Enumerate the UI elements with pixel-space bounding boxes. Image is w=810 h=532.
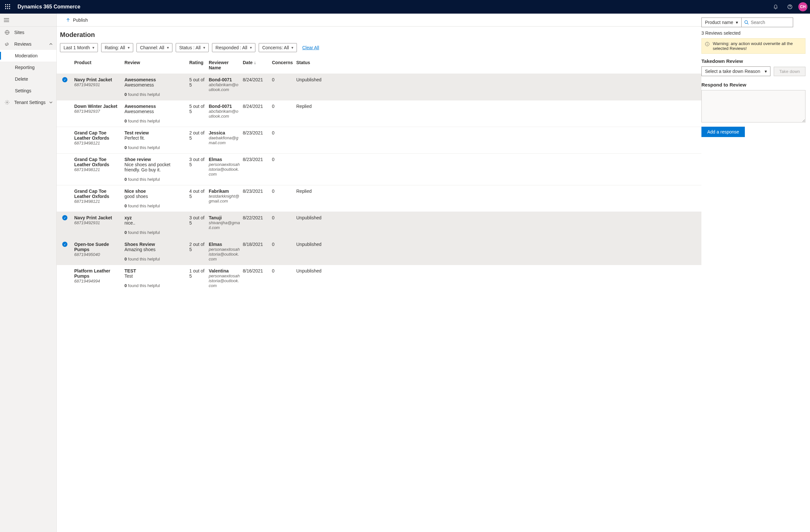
search-box[interactable] — [741, 17, 793, 27]
concerns-cell: 0 — [271, 157, 295, 162]
table-row[interactable]: ✓ Navy Print Jacket 68719492931 Awesomen… — [57, 73, 701, 100]
chevron-down-icon — [49, 101, 52, 104]
clear-all-link[interactable]: Clear All — [302, 45, 319, 50]
sidebar-label: Moderation — [15, 53, 52, 58]
review-title: xyz — [125, 215, 187, 220]
filter-concerns[interactable]: Concerns: All▾ — [259, 43, 297, 52]
sidebar-item-settings[interactable]: Settings — [0, 85, 56, 97]
filter-rating[interactable]: Rating: All▾ — [101, 43, 133, 52]
svg-point-22 — [707, 43, 707, 43]
reviewer-name: Tanuji — [209, 215, 240, 220]
info-icon — [705, 42, 710, 46]
concerns-cell: 0 — [271, 268, 295, 273]
chevron-down-icon: ▾ — [250, 45, 252, 50]
svg-line-19 — [747, 23, 749, 24]
reviewer-name: Bond-0071 — [209, 77, 240, 82]
reviewer-name: Fabrikam — [209, 188, 240, 194]
review-title: Awesomeness — [125, 104, 187, 109]
review-title: Shoe review — [125, 157, 187, 162]
table-row[interactable]: ✓ Navy Print Jacket 68719492931 xyz nice… — [57, 212, 701, 238]
notifications-icon[interactable] — [770, 1, 781, 13]
chevron-down-icon: ▾ — [167, 45, 169, 50]
col-reviewer[interactable]: Reviewer Name — [208, 59, 242, 72]
chevron-down-icon: ▾ — [128, 45, 130, 50]
product-name-select[interactable]: Product name ▾ — [701, 17, 741, 27]
chevron-down-icon: ▾ — [203, 45, 205, 50]
rating-cell: 3 out of 5 — [188, 157, 208, 167]
helpful-count: 0 found this helpful — [125, 177, 187, 182]
filter-channel[interactable]: Channel: All▾ — [136, 43, 173, 52]
sidebar-item-delete[interactable]: Delete — [0, 73, 56, 85]
sidebar-item-tenant-settings[interactable]: Tenant Settings — [0, 97, 56, 108]
col-product[interactable]: Product — [73, 59, 123, 72]
check-icon[interactable]: ✓ — [62, 77, 67, 82]
details-panel: Product name ▾ 3 Reviews selected Warnin… — [701, 14, 810, 532]
warning-text: Warning: any action would overwrite all … — [713, 41, 802, 51]
check-icon[interactable]: ✓ — [62, 242, 67, 247]
product-sku: 68719494994 — [74, 279, 122, 283]
reviewer-email: personaexitosahistoria@outlook.com — [209, 247, 240, 262]
product-name: Grand Cap Toe Leather Oxfords — [74, 188, 122, 199]
review-body: Awesomeness — [125, 109, 187, 114]
sidebar-item-sites[interactable]: Sites — [0, 27, 56, 38]
col-review[interactable]: Review — [123, 59, 188, 72]
svg-point-10 — [790, 8, 790, 8]
product-sku: 68719492937 — [74, 109, 122, 114]
publish-label: Publish — [73, 17, 88, 23]
col-status[interactable]: Status — [295, 59, 318, 72]
takedown-button[interactable]: Take down — [774, 67, 806, 76]
respond-title: Respond to Review — [701, 82, 806, 87]
review-body: nice.. — [125, 220, 187, 226]
concerns-cell: 0 — [271, 215, 295, 220]
review-title: Test review — [125, 130, 187, 135]
review-body: Amazing shoes — [125, 247, 187, 252]
help-icon[interactable] — [784, 1, 796, 13]
col-date[interactable]: Date ↓ — [242, 59, 271, 72]
product-name: Grand Cap Toe Leather Oxfords — [74, 130, 122, 140]
rating-cell: 5 out of 5 — [188, 77, 208, 87]
avatar[interactable]: CH — [798, 2, 807, 11]
table-row[interactable]: Platform Leather Pumps 68719494994 TEST … — [57, 265, 701, 291]
sidebar-item-reviews[interactable]: Reviews — [0, 38, 56, 50]
svg-rect-6 — [5, 8, 6, 9]
date-cell: 8/23/2021 — [242, 157, 271, 162]
rating-cell: 1 out of 5 — [188, 268, 208, 279]
reviewer-email: abcfabrikam@outlook.com — [209, 109, 240, 119]
sidebar-item-moderation[interactable]: Moderation — [0, 50, 56, 62]
check-icon[interactable]: ✓ — [62, 215, 67, 220]
filter-date[interactable]: Last 1 Month▾ — [60, 43, 98, 52]
col-concerns[interactable]: Concerns — [271, 59, 295, 72]
date-cell: 8/16/2021 — [242, 268, 271, 273]
publish-button[interactable]: Publish — [66, 17, 88, 23]
helpful-count: 0 found this helpful — [125, 203, 187, 208]
warning-banner: Warning: any action would overwrite all … — [701, 38, 806, 54]
concerns-cell: 0 — [271, 130, 295, 135]
product-sku: 68719498121 — [74, 167, 122, 172]
col-rating[interactable]: Rating — [188, 59, 208, 72]
filter-responded[interactable]: Responded : All▾ — [212, 43, 255, 52]
hamburger-icon[interactable] — [4, 18, 9, 22]
response-textarea[interactable] — [701, 90, 806, 122]
table-row[interactable]: Down Winter Jacket 68719492937 Awesomene… — [57, 100, 701, 127]
waffle-menu-icon[interactable] — [3, 2, 13, 12]
search-input[interactable] — [751, 20, 790, 25]
table-row[interactable]: Grand Cap Toe Leather Oxfords 6871949812… — [57, 185, 701, 212]
sidebar-item-reporting[interactable]: Reporting — [0, 62, 56, 73]
svg-rect-5 — [9, 6, 10, 7]
product-name: Navy Print Jacket — [74, 77, 122, 82]
add-response-button[interactable]: Add a response — [701, 127, 745, 137]
takedown-reason-select[interactable]: Select a take down Reason ▾ — [701, 66, 771, 76]
sidebar-label: Reporting — [15, 65, 52, 70]
date-cell: 8/24/2021 — [242, 104, 271, 109]
filter-status[interactable]: Status : All▾ — [176, 43, 209, 52]
table-row[interactable]: Grand Cap Toe Leather Oxfords 6871949812… — [57, 127, 701, 153]
table-row[interactable]: Grand Cap Toe Leather Oxfords 6871949812… — [57, 153, 701, 185]
reviews-table: Product Review Rating Reviewer Name Date… — [57, 57, 701, 532]
table-row[interactable]: ✓ Open-toe Suede Pumps 68719495040 Shoes… — [57, 238, 701, 265]
date-cell: 8/22/2021 — [242, 215, 271, 220]
sidebar-label: Sites — [14, 30, 52, 35]
reviewer-email: daebakfiona@gmail.com — [209, 135, 240, 145]
product-sku: 68719492931 — [74, 220, 122, 225]
chevron-down-icon: ▾ — [736, 20, 738, 25]
app-title: Dynamics 365 Commerce — [17, 4, 770, 10]
